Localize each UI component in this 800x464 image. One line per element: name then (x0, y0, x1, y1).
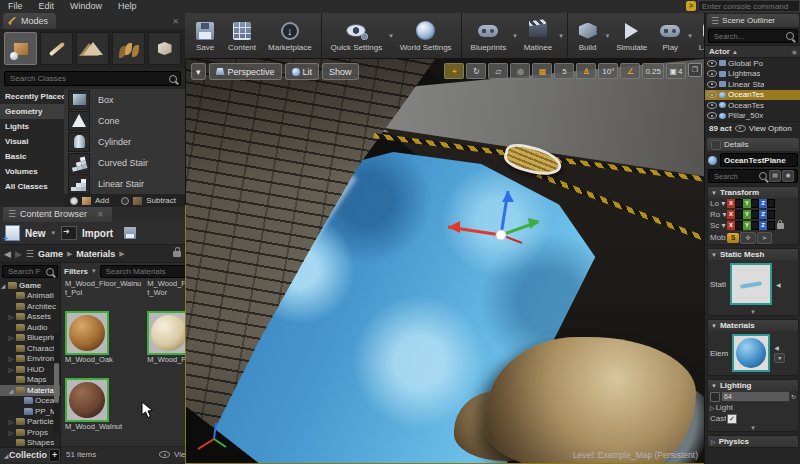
mobility-movable-button[interactable]: ➤ (757, 232, 772, 244)
tree-item[interactable]: Architec (0, 301, 60, 312)
console-command-input[interactable] (698, 0, 800, 12)
placeable-curved-stair[interactable]: Curved Stair (64, 152, 185, 173)
tree-item[interactable]: Ocean (0, 396, 60, 407)
category-volumes[interactable]: Volumes (0, 164, 64, 179)
filters-caret-icon[interactable]: ▾ (91, 267, 97, 275)
actor-column-header[interactable]: Actor▲ ◉ (705, 45, 800, 58)
static-mesh-expander-icon[interactable]: ▼ (708, 308, 798, 315)
rotation-x-field[interactable] (735, 210, 743, 219)
move-tool-button[interactable]: + (444, 63, 464, 79)
show-button[interactable]: Show (322, 63, 359, 80)
matinee-button[interactable]: Matinee (518, 13, 558, 58)
modes-tab[interactable]: Modes (3, 13, 56, 29)
add-radio[interactable] (70, 197, 78, 205)
reset-icon[interactable]: ↻ (791, 393, 796, 400)
filters-button[interactable]: Filters (64, 267, 88, 276)
collections-section[interactable]: ◢Collectio + (0, 447, 60, 462)
world-settings-button[interactable]: World Settings (394, 13, 458, 58)
camera-speed-button[interactable]: ▣ 4 (666, 63, 686, 79)
lighting-checkbox[interactable] (710, 392, 720, 402)
coordinate-system-button[interactable]: ◎ (510, 63, 530, 79)
tree-item-game[interactable]: ◢Game (0, 280, 60, 291)
tree-item[interactable]: Maps (0, 375, 60, 386)
rotation-y-field[interactable] (751, 210, 759, 219)
mode-place-button[interactable] (4, 32, 37, 65)
visibility-eye-icon[interactable] (707, 112, 717, 119)
subtract-label[interactable]: Subtract (146, 196, 176, 205)
tree-item[interactable]: Animati (0, 291, 60, 302)
grid-snap-button[interactable]: ▦ (532, 63, 552, 79)
material-use-selected-icon[interactable]: ◀ (774, 344, 785, 351)
asset-thumbnail[interactable] (65, 311, 109, 355)
scale-tool-button[interactable]: ▱ (488, 63, 508, 79)
tree-item[interactable]: PP_M (0, 406, 60, 417)
add-collection-button[interactable]: + (49, 449, 60, 462)
outliner-view-options-button[interactable]: View Option (749, 124, 792, 133)
save-all-icon[interactable] (124, 227, 136, 239)
marketplace-button[interactable]: ↓Marketplace (262, 13, 318, 58)
menu-edit[interactable]: Edit (31, 0, 63, 13)
scale-x-field[interactable] (735, 221, 743, 230)
tree-item[interactable]: ▷Blueprin (0, 333, 60, 344)
play-button[interactable]: Play (653, 13, 687, 58)
tree-item[interactable]: ▷Props (0, 427, 60, 438)
import-button[interactable]: Import (82, 228, 113, 239)
tree-scrollbar[interactable] (54, 333, 59, 433)
column-options-icon[interactable]: ◉ (792, 48, 797, 55)
tree-item[interactable]: ▷HUD (0, 364, 60, 375)
location-x-field[interactable] (735, 199, 743, 208)
placeable-cylinder[interactable]: Cylinder (64, 131, 185, 152)
asset-name-clipped[interactable]: M_Wood_Floor_Walnut_Pol (63, 279, 145, 310)
scene-outliner-tab[interactable]: ☰ Scene Outliner (707, 14, 799, 27)
visibility-eye-icon[interactable] (707, 70, 717, 77)
tree-item-materials[interactable]: ◢Materia (0, 385, 60, 396)
static-mesh-header[interactable]: ▼Static Mesh (708, 249, 798, 260)
new-caret-icon[interactable]: ▾ (51, 229, 57, 237)
grid-snap-value[interactable]: 5 (554, 63, 574, 79)
tree-item[interactable]: Audio (0, 322, 60, 333)
lighting-expander-icon[interactable]: ▼ (708, 424, 798, 431)
details-eye-icon[interactable]: ◉ (782, 170, 794, 182)
category-recently-placed[interactable]: Recently Placed (0, 89, 64, 104)
back-arrow-icon[interactable]: ◀ (4, 249, 11, 259)
path-list-icon[interactable]: ☰ (26, 249, 34, 259)
maximize-viewport-button[interactable]: ❐ (688, 63, 702, 77)
asset-thumbnail[interactable] (65, 378, 109, 422)
mode-geometry-button[interactable] (148, 32, 181, 65)
visibility-eye-icon[interactable] (707, 91, 717, 98)
actor-name-field[interactable] (720, 153, 798, 167)
outliner-row[interactable]: Pillar_50x (705, 111, 800, 122)
menu-file[interactable]: File (0, 0, 31, 13)
save-button[interactable]: Save (188, 13, 222, 58)
physics-header[interactable]: ▷Physics (708, 436, 798, 447)
scale-lock-icon[interactable] (777, 223, 784, 229)
rotation-snap-button[interactable]: ∆ (576, 63, 596, 79)
lock-icon[interactable] (173, 251, 181, 257)
forward-arrow-icon[interactable]: ▶ (15, 249, 22, 259)
rotation-z-field[interactable] (767, 210, 775, 219)
scale-y-field[interactable] (751, 221, 759, 230)
viewport-options-button[interactable]: ▾ (191, 63, 206, 80)
scene-rock[interactable] (486, 337, 696, 464)
tree-item[interactable]: ▷Particle (0, 417, 60, 428)
placeable-cone[interactable]: Cone (64, 110, 185, 131)
mode-paint-button[interactable] (40, 32, 73, 65)
materials-header[interactable]: ▼Materials (708, 320, 798, 331)
matinee-caret-icon[interactable]: ▾ (558, 32, 564, 40)
static-mesh-thumbnail[interactable] (730, 263, 772, 305)
light-subrow[interactable]: ▷Light (708, 402, 798, 413)
lighting-header[interactable]: ▼Lighting (708, 380, 798, 391)
category-basic[interactable]: Basic (0, 149, 64, 164)
material-dropdown-icon[interactable]: ▾ (774, 353, 785, 363)
location-z-field[interactable] (767, 199, 775, 208)
viewport[interactable]: ▾ Perspective Lit Show + ↻ ▱ ◎ ▦ 5 ∆ 10°… (185, 58, 705, 464)
new-button[interactable]: New (25, 228, 46, 239)
add-label[interactable]: Add (95, 196, 109, 205)
lit-button[interactable]: Lit (285, 63, 320, 80)
play-caret-icon[interactable]: ▾ (687, 32, 693, 40)
cast-shadows-checkbox[interactable]: ✓ (727, 414, 737, 424)
mobility-stationary-button[interactable]: ✥ (740, 232, 755, 244)
quick-settings-button[interactable]: Quick Settings (325, 13, 389, 58)
category-geometry[interactable]: Geometry (0, 104, 64, 119)
visibility-eye-icon[interactable] (707, 60, 717, 67)
